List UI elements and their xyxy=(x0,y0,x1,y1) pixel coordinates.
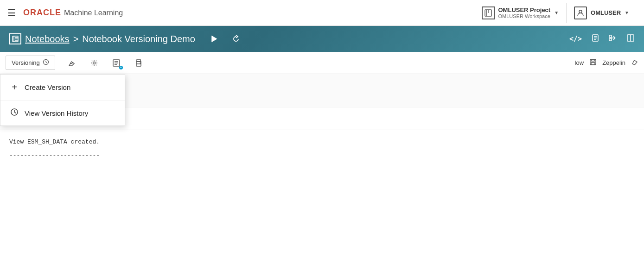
create-version-label: Create Version xyxy=(25,83,70,91)
project-info: OMLUSER Project OMLUSER Workspace xyxy=(498,6,551,19)
create-version-plus-icon: + xyxy=(10,82,19,93)
versioning-clock-icon xyxy=(43,59,49,67)
svg-rect-31 xyxy=(592,59,594,61)
svg-rect-32 xyxy=(591,63,595,65)
refresh-button[interactable] xyxy=(229,31,243,46)
oracle-logo: ORACLE Machine Learning xyxy=(23,8,123,18)
interpreter-mode: low xyxy=(575,59,584,66)
output-message: View ESM_SH_DATA created. xyxy=(9,138,635,147)
output-area: View ESM_SH_DATA created. --------------… xyxy=(0,130,644,168)
svg-point-29 xyxy=(140,63,141,63)
user-icon xyxy=(574,6,587,19)
user-name: OMLUSER xyxy=(591,9,621,16)
hamburger-menu-icon[interactable]: ☰ xyxy=(7,7,16,19)
project-selector[interactable]: OMLUSER Project OMLUSER Workspace ▼ xyxy=(474,3,567,23)
add-paragraph-icon-button[interactable]: + xyxy=(109,56,124,70)
view-version-history-label: View Version History xyxy=(25,109,88,117)
svg-point-3 xyxy=(579,10,582,13)
run-button[interactable] xyxy=(206,31,221,46)
view-version-history-clock-icon xyxy=(10,108,19,118)
svg-line-35 xyxy=(14,112,16,113)
oracle-text: ORACLE xyxy=(23,8,61,18)
toolbar: Versioning xyxy=(0,52,644,74)
project-dropdown-arrow: ▼ xyxy=(554,10,559,15)
oracle-ml-text: Machine Learning xyxy=(64,9,123,17)
svg-rect-14 xyxy=(609,35,612,38)
user-selector[interactable]: OMLUSER ▼ xyxy=(567,3,637,23)
zeppelin-icon[interactable] xyxy=(631,58,638,68)
project-name: OMLUSER Project xyxy=(498,6,551,13)
svg-marker-9 xyxy=(212,36,217,42)
notebook-header-right: </> xyxy=(569,34,635,44)
layout-icon[interactable] xyxy=(626,34,635,44)
create-version-item[interactable]: + Create Version xyxy=(0,75,125,100)
settings-icon-button[interactable] xyxy=(87,56,102,70)
share-icon[interactable] xyxy=(609,34,617,44)
svg-point-22 xyxy=(93,62,95,64)
interpreter-name: Zeppelin xyxy=(602,59,625,66)
user-dropdown-arrow: ▼ xyxy=(625,10,629,15)
svg-rect-15 xyxy=(609,38,612,41)
toolbar-right: low Zeppelin xyxy=(575,58,638,68)
toolbar-center-icons: + xyxy=(64,56,146,70)
breadcrumb-separator: > xyxy=(73,34,79,44)
versioning-label: Versioning xyxy=(12,59,40,66)
svg-rect-27 xyxy=(136,64,141,66)
save-icon[interactable] xyxy=(589,58,597,68)
workspace-name: OMLUSER Workspace xyxy=(498,13,551,19)
top-navigation: ☰ ORACLE Machine Learning OMLUSER Projec… xyxy=(0,0,644,26)
output-separator: ------------------------- xyxy=(9,151,635,161)
project-icon xyxy=(482,6,495,19)
versioning-button[interactable]: Versioning xyxy=(6,56,55,70)
eraser-icon-button[interactable] xyxy=(64,56,79,70)
breadcrumb: Notebooks > Notebook Versioning Demo xyxy=(25,34,195,44)
versioning-dropdown-menu: + Create Version View Version History xyxy=(0,74,125,126)
view-version-history-item[interactable]: View Version History xyxy=(0,100,125,125)
notebook-header: Notebooks > Notebook Versioning Demo </> xyxy=(0,26,644,52)
print-icon-button[interactable] xyxy=(131,56,146,70)
notebook-title: Notebook Versioning Demo xyxy=(82,34,195,44)
notebooks-breadcrumb-link[interactable]: Notebooks xyxy=(25,34,70,44)
svg-rect-28 xyxy=(137,60,140,62)
code-view-icon[interactable]: </> xyxy=(569,35,582,43)
add-indicator: + xyxy=(119,66,123,69)
top-nav-right: OMLUSER Project OMLUSER Workspace ▼ OMLU… xyxy=(474,3,637,23)
document-icon[interactable] xyxy=(591,34,599,44)
notebook-header-actions xyxy=(206,31,243,46)
svg-line-20 xyxy=(46,62,47,63)
notebook-breadcrumb-icon xyxy=(9,33,21,44)
